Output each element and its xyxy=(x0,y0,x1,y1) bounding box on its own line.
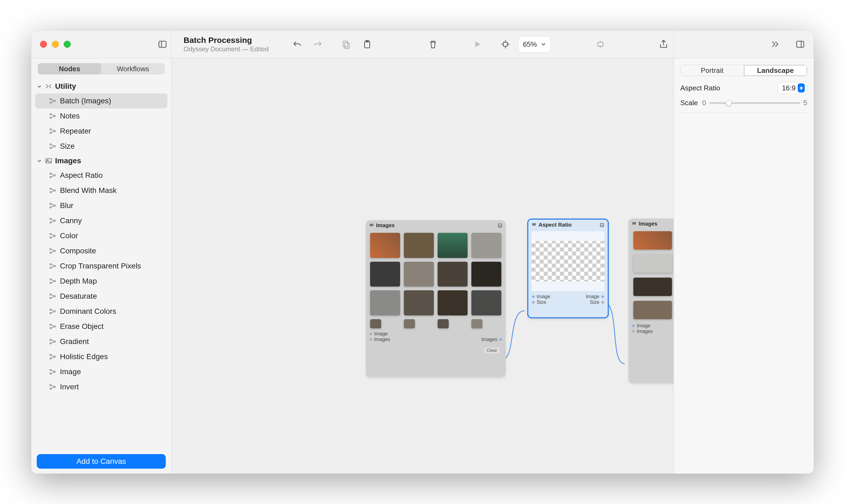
toggle-inspector-button[interactable] xyxy=(792,36,808,52)
image-thumbnail[interactable] xyxy=(471,290,501,316)
canvas-node-aspect-ratio[interactable]: Aspect Ratio Image Image Size Size xyxy=(527,218,609,318)
chevron-down-icon xyxy=(541,41,546,47)
svg-point-16 xyxy=(50,129,51,130)
image-thumbnail[interactable] xyxy=(471,319,482,328)
tab-nodes[interactable]: Nodes xyxy=(38,63,101,74)
snapshot-button[interactable] xyxy=(592,36,609,52)
tree-item-depth-map[interactable]: Depth Map xyxy=(35,274,168,289)
tree-item-size[interactable]: Size xyxy=(35,139,168,154)
port-label: Image xyxy=(537,294,550,300)
tree-item-desaturate[interactable]: Desaturate xyxy=(35,289,168,304)
image-thumbnail[interactable] xyxy=(370,290,400,316)
tree-item-dominant-colors[interactable]: Dominant Colors xyxy=(35,304,168,319)
tree-item-crop-transparent-pixels[interactable]: Crop Transparent Pixels xyxy=(35,258,168,274)
svg-point-86 xyxy=(633,223,633,224)
image-thumbnail[interactable] xyxy=(438,233,468,258)
svg-point-26 xyxy=(54,175,55,176)
image-thumbnail[interactable] xyxy=(633,277,672,296)
canvas[interactable]: Images Clear Image Images Imag xyxy=(172,58,673,473)
image-thumbnail[interactable] xyxy=(633,231,672,250)
node-handle-icon xyxy=(632,221,637,227)
toggle-sidebar-button[interactable] xyxy=(154,36,171,52)
canvas-node-images-source[interactable]: Images Clear Image Images Imag xyxy=(366,220,506,377)
orientation-portrait[interactable]: Portrait xyxy=(681,65,744,76)
tree-item-aspect-ratio[interactable]: Aspect Ratio xyxy=(35,168,168,183)
svg-point-55 xyxy=(50,327,51,329)
image-thumbnail[interactable] xyxy=(633,301,672,319)
orientation-segmented: Portrait Landscape xyxy=(680,65,807,76)
zoom-value: 65% xyxy=(523,40,537,49)
svg-point-29 xyxy=(54,190,55,191)
tree-item-repeater[interactable]: Repeater xyxy=(35,124,168,139)
undo-button[interactable] xyxy=(289,36,305,52)
paste-button[interactable] xyxy=(359,36,375,52)
tree-item-composite[interactable]: Composite xyxy=(35,244,168,258)
image-thumbnail[interactable] xyxy=(404,262,434,287)
svg-point-50 xyxy=(54,295,55,297)
tree-item-holistic-edges[interactable]: Holistic Edges xyxy=(35,349,168,364)
tree-item-color[interactable]: Color xyxy=(35,228,168,244)
image-thumbnail[interactable] xyxy=(438,290,468,316)
tree-item-batch-images-[interactable]: Batch (Images) xyxy=(35,93,168,108)
tree-item-erase-object[interactable]: Erase Object xyxy=(35,319,168,334)
tree-item-notes[interactable]: Notes xyxy=(35,108,168,124)
copy-button[interactable] xyxy=(338,36,354,52)
scale-slider[interactable]: 0 5 xyxy=(702,99,807,107)
tree-item-blur[interactable]: Blur xyxy=(35,198,168,213)
tree-item-image[interactable]: Image xyxy=(35,364,168,379)
aspect-ratio-value: 16:9 xyxy=(782,84,796,92)
minimize-window-button[interactable] xyxy=(52,41,59,48)
port-label: Images xyxy=(481,337,497,342)
aspect-ratio-select[interactable]: 16:9 xyxy=(778,82,807,94)
share-button[interactable] xyxy=(655,36,672,52)
tree-item-invert[interactable]: Invert xyxy=(35,379,168,394)
delete-button[interactable] xyxy=(425,36,441,52)
clear-thumbnails-label[interactable]: Clear xyxy=(484,347,500,354)
image-thumbnail[interactable] xyxy=(471,233,501,258)
svg-point-10 xyxy=(50,98,51,100)
tab-workflows[interactable]: Workflows xyxy=(101,63,165,74)
node-icon xyxy=(49,383,56,391)
svg-rect-22 xyxy=(46,159,52,163)
canvas-node-images-output[interactable]: Images Image Images Image xyxy=(629,218,673,383)
svg-point-13 xyxy=(50,113,51,115)
tree-group-utility[interactable]: Utility xyxy=(35,79,168,93)
image-thumbnail[interactable] xyxy=(404,319,415,328)
image-thumbnail[interactable] xyxy=(633,254,672,273)
svg-point-78 xyxy=(535,223,535,224)
image-thumbnail[interactable] xyxy=(438,262,468,287)
tree-item-blend-with-mask[interactable]: Blend With Mask xyxy=(35,183,168,198)
image-thumbnail[interactable] xyxy=(438,319,449,328)
image-thumbnail[interactable] xyxy=(404,290,434,316)
fullscreen-window-button[interactable] xyxy=(64,41,71,48)
add-to-canvas-button[interactable]: Add to Canvas xyxy=(37,454,166,469)
tree-group-images[interactable]: Images xyxy=(35,154,168,168)
orientation-landscape[interactable]: Landscape xyxy=(744,65,807,76)
stepper-icon[interactable] xyxy=(798,83,805,92)
svg-rect-75 xyxy=(498,224,502,227)
node-icon xyxy=(49,263,56,270)
play-icon xyxy=(472,39,482,49)
image-thumbnail[interactable] xyxy=(404,233,434,258)
node-handle-icon xyxy=(532,222,536,228)
overflow-button[interactable] xyxy=(767,36,783,52)
image-thumbnail[interactable] xyxy=(370,319,381,328)
tree-item-canny[interactable]: Canny xyxy=(35,213,168,228)
image-thumbnail[interactable] xyxy=(370,262,400,287)
node-menu-icon[interactable] xyxy=(600,222,604,228)
svg-point-42 xyxy=(50,264,51,265)
node-icon xyxy=(49,112,56,120)
image-thumbnail[interactable] xyxy=(471,262,501,287)
node-icon xyxy=(49,217,56,224)
tree-item-gradient[interactable]: Gradient xyxy=(35,334,168,349)
play-button[interactable] xyxy=(469,36,486,52)
node-menu-icon[interactable] xyxy=(497,223,503,228)
svg-point-46 xyxy=(50,282,51,284)
close-window-button[interactable] xyxy=(40,41,47,48)
svg-point-44 xyxy=(54,265,55,267)
fit-button[interactable] xyxy=(497,36,513,52)
zoom-select[interactable]: 65% xyxy=(518,36,551,52)
redo-button[interactable] xyxy=(310,36,326,52)
svg-point-30 xyxy=(50,203,51,204)
image-thumbnail[interactable] xyxy=(370,233,400,258)
